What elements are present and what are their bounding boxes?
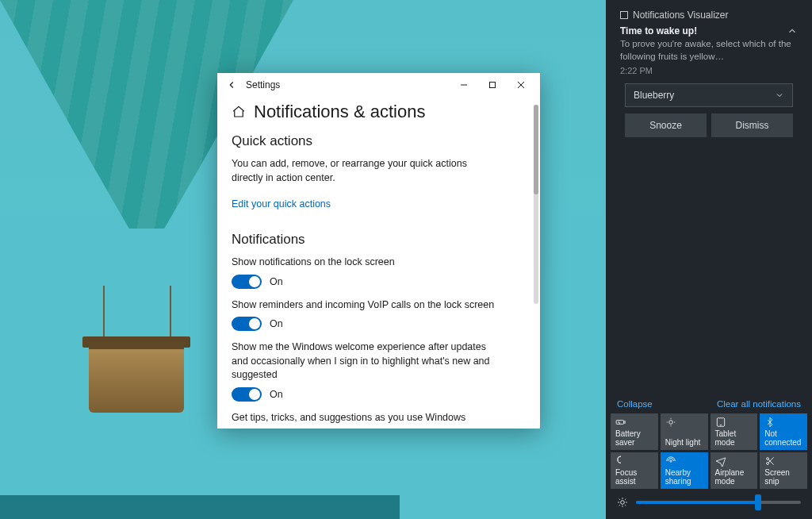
wallpaper-rope xyxy=(170,286,171,341)
titlebar[interactable]: Settings xyxy=(217,73,540,97)
quick-action-screen-snip[interactable]: Screen snip xyxy=(760,452,807,489)
svg-line-25 xyxy=(619,505,620,506)
notification-body: To prove you're awake, select which of t… xyxy=(620,38,798,63)
quick-action-night-light[interactable]: Night light xyxy=(661,413,708,450)
notification-timestamp: 2:22 PM xyxy=(620,66,798,75)
wallpaper-rope xyxy=(103,286,105,341)
window-title: Settings xyxy=(246,79,450,90)
toggle-switch[interactable] xyxy=(232,387,262,402)
notification-card[interactable]: Notifications Visualizer Time to wake up… xyxy=(615,10,802,137)
brightness-icon xyxy=(617,497,628,508)
notifications-heading: Notifications xyxy=(232,232,526,248)
setting-label: Show reminders and incoming VoIP calls o… xyxy=(232,298,501,313)
page-title: Notifications & actions xyxy=(254,102,425,122)
notification-setting-row: Show me the Windows welcome experience a… xyxy=(232,340,526,402)
toggle-state: On xyxy=(270,276,283,287)
quick-action-nearby-sharing[interactable]: Nearby sharing xyxy=(661,452,708,489)
scrollbar[interactable] xyxy=(534,105,538,304)
svg-point-18 xyxy=(621,501,625,505)
wallpaper-ground xyxy=(0,495,400,519)
svg-rect-4 xyxy=(616,421,623,425)
tile-label: Screen snip xyxy=(764,468,802,486)
action-center: Notifications Visualizer Time to wake up… xyxy=(606,0,812,519)
quick-actions-description: You can add, remove, or rearrange your q… xyxy=(232,157,493,185)
svg-line-26 xyxy=(625,499,626,500)
settings-content: Notifications & actions Quick actions Yo… xyxy=(217,97,540,429)
quick-action-focus-assist[interactable]: Focus assist xyxy=(611,452,658,489)
notification-setting-row: Get tips, tricks, and suggestions as you… xyxy=(232,411,526,429)
settings-window: Settings Notifications & actions Quick a… xyxy=(217,73,540,429)
notification-setting-row: Show reminders and incoming VoIP calls o… xyxy=(232,298,526,332)
notification-title: Time to wake up! xyxy=(620,25,798,37)
bluetooth-icon xyxy=(764,417,802,428)
quick-action-airplane-mode[interactable]: Airplane mode xyxy=(710,452,758,489)
focus-assist-icon xyxy=(615,456,653,467)
maximize-button[interactable] xyxy=(478,73,507,97)
setting-label: Show notifications on the lock screen xyxy=(232,256,501,270)
svg-point-6 xyxy=(668,421,672,425)
quick-action-tiles: Battery saverNight lightTablet modeNot c… xyxy=(606,413,812,489)
svg-point-15 xyxy=(767,458,769,460)
svg-line-17 xyxy=(769,457,774,462)
close-button[interactable] xyxy=(507,73,535,97)
chevron-down-icon xyxy=(775,90,784,100)
clear-all-link[interactable]: Clear all notifications xyxy=(717,399,801,409)
battery-icon xyxy=(615,417,653,428)
app-icon xyxy=(620,11,628,19)
notification-app-name: Notifications Visualizer xyxy=(633,10,729,21)
tile-label: Focus assist xyxy=(615,468,653,486)
tile-label: Tablet mode xyxy=(715,429,753,447)
airplane-mode-icon xyxy=(715,456,753,467)
quick-action-not-connected[interactable]: Not connected xyxy=(760,413,807,450)
collapse-link[interactable]: Collapse xyxy=(617,399,653,409)
svg-line-23 xyxy=(619,499,620,500)
brightness-thumb[interactable] xyxy=(755,494,761,510)
nearby-sharing-icon xyxy=(665,456,703,467)
quick-action-tablet-mode[interactable]: Tablet mode xyxy=(710,413,758,450)
dismiss-button[interactable]: Dismiss xyxy=(711,113,793,137)
notification-setting-row: Show notifications on the lock screenOn xyxy=(232,256,526,289)
edit-quick-actions-link[interactable]: Edit your quick actions xyxy=(232,198,331,210)
svg-line-24 xyxy=(625,505,626,506)
scrollbar-thumb[interactable] xyxy=(534,105,538,194)
setting-label: Get tips, tricks, and suggestions as you… xyxy=(232,411,501,425)
minimize-button[interactable] xyxy=(450,73,478,97)
svg-rect-1 xyxy=(490,83,496,88)
brightness-slider[interactable] xyxy=(606,489,812,519)
svg-point-13 xyxy=(670,460,672,462)
toggle-switch[interactable] xyxy=(232,275,262,289)
tile-label: Not connected xyxy=(764,429,802,447)
toggle-switch[interactable] xyxy=(232,317,262,331)
tile-label: Nearby sharing xyxy=(665,468,703,486)
brightness-track[interactable] xyxy=(636,501,801,504)
night-light-icon xyxy=(665,417,703,428)
notification-dropdown-value: Blueberry xyxy=(634,90,674,101)
notification-dropdown[interactable]: Blueberry xyxy=(625,83,793,107)
tile-label: Airplane mode xyxy=(715,468,753,486)
svg-line-16 xyxy=(769,459,774,464)
svg-rect-5 xyxy=(624,421,625,423)
svg-point-14 xyxy=(767,462,769,464)
tile-label: Night light xyxy=(665,438,703,447)
screen-snip-icon xyxy=(764,456,802,467)
quick-actions-heading: Quick actions xyxy=(232,133,526,149)
snooze-button[interactable]: Snooze xyxy=(625,113,707,137)
setting-label: Show me the Windows welcome experience a… xyxy=(232,340,501,383)
tablet-mode-icon xyxy=(715,417,753,428)
home-icon[interactable] xyxy=(232,105,246,119)
wallpaper-basket xyxy=(89,341,184,413)
back-button[interactable] xyxy=(222,75,241,94)
chevron-up-icon[interactable] xyxy=(787,25,798,37)
tile-label: Battery saver xyxy=(615,429,653,447)
quick-action-battery-saver[interactable]: Battery saver xyxy=(611,413,658,450)
toggle-state: On xyxy=(270,389,283,400)
toggle-state: On xyxy=(270,318,283,329)
